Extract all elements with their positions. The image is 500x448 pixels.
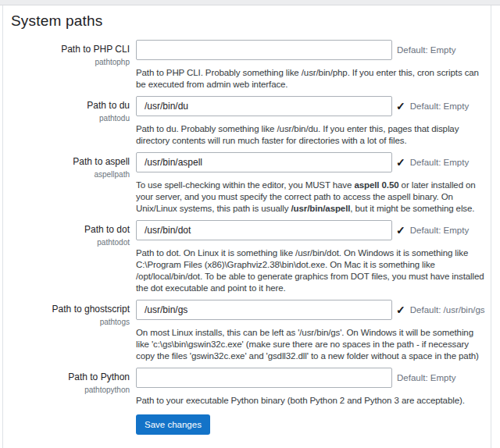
desc-text: Path to your executable Python binary (b… bbox=[136, 396, 465, 405]
aspellpath-input[interactable] bbox=[136, 152, 392, 172]
input-line: ✓ Default: Empty bbox=[136, 96, 488, 116]
setting-label-column: Path to PHP CLI pathtophp bbox=[11, 40, 130, 91]
valid-check-icon: ✓ bbox=[396, 157, 405, 168]
save-changes-button[interactable]: Save changes bbox=[136, 414, 210, 435]
setting-label: Path to aspell bbox=[11, 156, 130, 168]
pathtogs-input[interactable] bbox=[136, 300, 392, 320]
desc-text: On most Linux installs, this can be left… bbox=[136, 328, 479, 361]
setting-row-pathtodot: Path to dot pathtodot ✓ Default: Empty P… bbox=[11, 220, 488, 294]
default-value-label: Default: Empty bbox=[410, 226, 469, 235]
input-line: ✓ Default: /usr/bin/gs bbox=[136, 300, 488, 320]
desc-text: , but it might be something else. bbox=[350, 204, 474, 213]
setting-row-pathtopython: Path to Python pathtopython Default: Emp… bbox=[11, 368, 488, 407]
setting-id: pathtopython bbox=[11, 386, 130, 394]
setting-label-column: Path to Python pathtopython bbox=[11, 368, 130, 407]
input-line: ✓ Default: Empty bbox=[136, 152, 488, 172]
valid-check-icon: ✓ bbox=[396, 101, 405, 112]
default-value-label: Default: Empty bbox=[397, 45, 455, 55]
setting-row-pathtogs: Path to ghostscript pathtogs ✓ Default: … bbox=[11, 300, 488, 362]
default-value-label: Default: Empty bbox=[397, 373, 455, 382]
setting-content-column: ✓ Default: Empty To use spell-checking w… bbox=[136, 152, 488, 215]
save-row: Save changes bbox=[136, 414, 488, 435]
setting-label: Path to Python bbox=[11, 372, 130, 383]
setting-label: Path to PHP CLI bbox=[11, 44, 130, 55]
desc-text: Path to dot. On Linux it is something li… bbox=[136, 248, 484, 293]
setting-id: pathtodu bbox=[11, 114, 130, 123]
setting-id: aspellpath bbox=[11, 170, 130, 179]
setting-label-column: Path to dot pathtodot bbox=[11, 220, 130, 294]
input-line: Default: Empty bbox=[136, 368, 488, 388]
setting-id: pathtodot bbox=[11, 238, 130, 247]
pathtodu-input[interactable] bbox=[136, 96, 392, 116]
setting-description: Path to your executable Python binary (b… bbox=[136, 395, 488, 407]
setting-label-column: Path to aspell aspellpath bbox=[11, 152, 130, 215]
setting-id: pathtophp bbox=[11, 58, 130, 66]
settings-panel: System paths Path to PHP CLI pathtophp D… bbox=[2, 5, 491, 448]
input-line: Default: Empty bbox=[136, 40, 488, 60]
top-strip bbox=[0, 0, 500, 5]
pathtophp-input[interactable] bbox=[136, 40, 392, 60]
setting-content-column: Default: Empty Path to PHP CLI. Probably… bbox=[136, 40, 488, 91]
default-value-label: Default: Empty bbox=[410, 158, 469, 167]
setting-id: pathtogs bbox=[11, 318, 130, 326]
pathtopython-input[interactable] bbox=[136, 368, 392, 388]
setting-label: Path to ghostscript bbox=[11, 304, 130, 315]
desc-bold-text: aspell 0.50 bbox=[354, 180, 398, 190]
setting-content-column: ✓ Default: /usr/bin/gs On most Linux ins… bbox=[136, 300, 488, 362]
setting-description: On most Linux installs, this can be left… bbox=[136, 327, 488, 362]
setting-label: Path to du bbox=[11, 100, 130, 112]
setting-row-pathtophp: Path to PHP CLI pathtophp Default: Empty… bbox=[11, 40, 488, 91]
setting-label-column: Path to ghostscript pathtogs bbox=[11, 300, 130, 362]
desc-text: Path to du. Probably something like /usr… bbox=[136, 124, 459, 145]
desc-bold-text: /usr/bin/aspell bbox=[291, 204, 351, 213]
setting-row-aspellpath: Path to aspell aspellpath ✓ Default: Emp… bbox=[11, 152, 488, 215]
default-value-label: Default: /usr/bin/gs bbox=[410, 305, 485, 315]
page-title: System paths bbox=[11, 12, 488, 30]
setting-content-column: ✓ Default: Empty Path to du. Probably so… bbox=[136, 96, 488, 147]
setting-description: Path to PHP CLI. Probably something like… bbox=[136, 67, 488, 91]
valid-check-icon: ✓ bbox=[396, 225, 405, 236]
valid-check-icon: ✓ bbox=[396, 304, 405, 315]
setting-content-column: Default: Empty Path to your executable P… bbox=[136, 368, 488, 407]
input-line: ✓ Default: Empty bbox=[136, 220, 488, 240]
desc-text: To use spell-checking within the editor,… bbox=[136, 180, 354, 190]
setting-description: To use spell-checking within the editor,… bbox=[136, 180, 488, 215]
pathtodot-input[interactable] bbox=[136, 220, 392, 240]
setting-description: Path to dot. On Linux it is something li… bbox=[136, 247, 488, 294]
default-value-label: Default: Empty bbox=[410, 101, 469, 111]
setting-label-column: Path to du pathtodu bbox=[11, 96, 130, 147]
setting-label: Path to dot bbox=[11, 224, 130, 236]
desc-text: Path to PHP CLI. Probably something like… bbox=[136, 68, 479, 89]
setting-content-column: ✓ Default: Empty Path to dot. On Linux i… bbox=[136, 220, 488, 294]
setting-row-pathtodu: Path to du pathtodu ✓ Default: Empty Pat… bbox=[11, 96, 488, 147]
setting-description: Path to du. Probably something like /usr… bbox=[136, 123, 488, 147]
